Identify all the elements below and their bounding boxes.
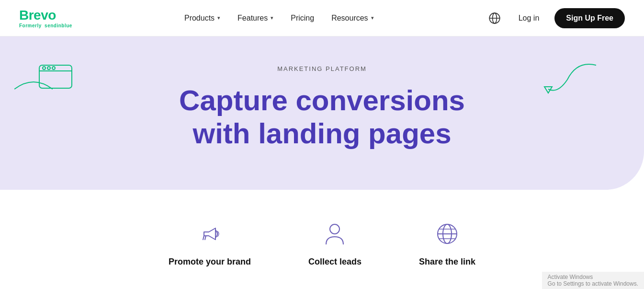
hero-title: Capture conversions with landing pages: [179, 84, 465, 150]
chevron-down-icon: ▾: [371, 15, 374, 21]
hero-section: MARKETING PLATFORM Capture conversions w…: [0, 36, 644, 190]
feature-share: Share the link: [419, 219, 475, 267]
logo[interactable]: Brevo Formerly sendinblue: [19, 8, 72, 28]
chevron-down-icon: ▾: [271, 15, 273, 21]
nav-products[interactable]: Products ▾: [184, 14, 220, 23]
window-decoration: [38, 60, 73, 91]
person-icon: [319, 219, 350, 249]
signup-button[interactable]: Sign Up Free: [554, 8, 625, 28]
promote-label: Promote your brand: [169, 257, 251, 267]
hero-platform-label: MARKETING PLATFORM: [277, 65, 367, 72]
features-section: Promote your brand Collect leads Share t…: [0, 190, 644, 286]
feature-promote: Promote your brand: [169, 219, 251, 267]
navbar: Brevo Formerly sendinblue Products ▾ Fea…: [0, 0, 644, 36]
nav-features[interactable]: Features ▾: [237, 14, 273, 23]
share-label: Share the link: [419, 257, 475, 267]
svg-point-6: [47, 67, 50, 69]
login-button[interactable]: Log in: [513, 10, 545, 26]
nav-resources[interactable]: Resources ▾: [331, 14, 373, 23]
nav-pricing[interactable]: Pricing: [291, 14, 314, 23]
svg-point-5: [43, 67, 45, 69]
feature-collect: Collect leads: [308, 219, 362, 267]
arrow-decoration: [539, 60, 596, 101]
chevron-down-icon: ▾: [217, 15, 220, 21]
logo-name: Brevo: [19, 8, 56, 23]
nav-links: Products ▾ Features ▾ Pricing Resources …: [184, 14, 374, 23]
megaphone-icon: [194, 219, 225, 249]
svg-point-7: [52, 67, 55, 69]
collect-label: Collect leads: [308, 257, 362, 267]
language-selector[interactable]: [486, 10, 503, 27]
nav-actions: Log in Sign Up Free: [486, 8, 625, 28]
svg-point-9: [330, 224, 339, 234]
logo-subtitle: Formerly sendinblue: [19, 23, 72, 28]
globe-icon: [432, 219, 463, 249]
